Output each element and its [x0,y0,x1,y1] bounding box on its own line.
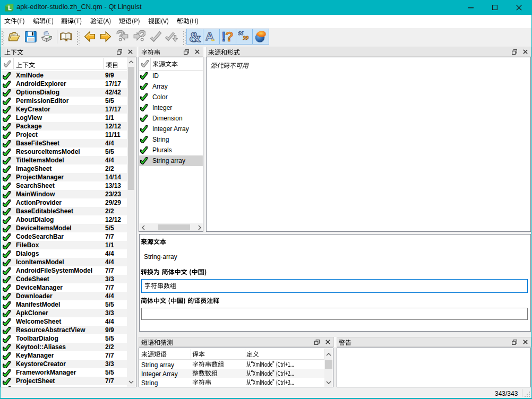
svg-text:?: ? [225,30,234,43]
svg-text:&: & [189,30,201,43]
svg-text:”: ” [243,33,249,43]
